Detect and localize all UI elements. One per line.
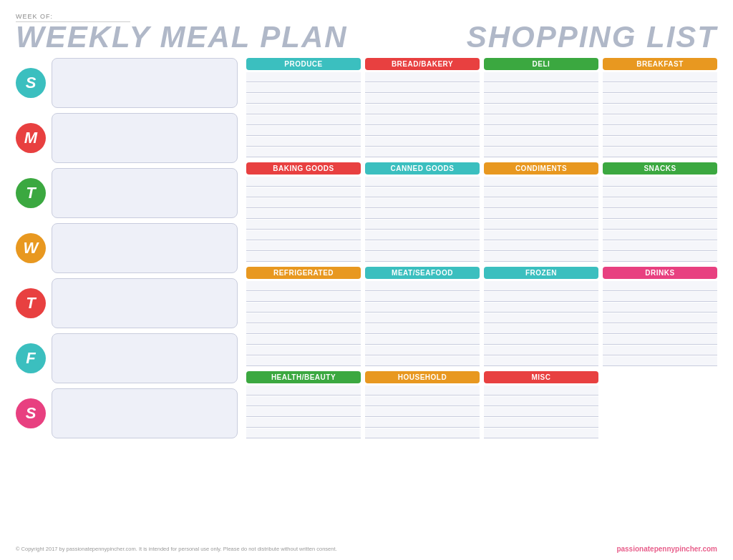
shop-lines-bread-bakery <box>365 72 480 158</box>
shop-line <box>603 241 717 251</box>
shop-line <box>246 324 361 334</box>
shop-line <box>246 241 361 251</box>
shop-line <box>365 209 480 219</box>
shop-line <box>246 418 361 428</box>
shop-line <box>365 324 480 334</box>
shop-line <box>484 324 598 334</box>
shop-line <box>246 407 361 417</box>
shop-lines-baking-goods <box>246 177 361 262</box>
shop-section-frozen: FROZEN <box>484 267 598 367</box>
shop-line <box>365 220 480 230</box>
day-input-wednesday[interactable] <box>52 223 238 273</box>
shop-section-produce: PRODUCE <box>246 58 361 158</box>
shop-line <box>246 220 361 230</box>
shop-line <box>365 313 480 323</box>
shop-line <box>603 252 717 262</box>
shop-lines-deli <box>484 72 598 158</box>
shop-line <box>365 230 480 240</box>
shop-line <box>246 198 361 208</box>
shop-line <box>484 230 598 240</box>
day-circle-tuesday: T <box>16 178 46 208</box>
shop-line <box>246 356 361 366</box>
shop-line <box>603 335 717 345</box>
shop-line <box>365 187 480 197</box>
shop-lines-canned-goods <box>365 177 480 262</box>
shopping-row-0: PRODUCEBREAD/BAKERYDELIBREAKFAST <box>246 58 717 158</box>
shop-section-refrigerated: REFRIGERATED <box>246 267 361 367</box>
shop-line <box>246 177 361 187</box>
shop-line <box>246 83 361 93</box>
shop-line <box>603 187 717 197</box>
shop-line <box>365 407 480 417</box>
shop-header-misc: MISC <box>484 371 598 383</box>
meal-plan-title: WEEKLY MEAL PLAN <box>16 22 348 52</box>
shop-line <box>365 418 480 428</box>
shop-line <box>365 281 480 291</box>
shop-line <box>246 115 361 125</box>
day-row: T <box>16 278 238 328</box>
shop-header-bread-bakery: BREAD/BAKERY <box>365 58 480 70</box>
shop-section-deli: DELI <box>484 58 598 158</box>
shop-line <box>603 345 717 355</box>
shop-header-drinks: DRINKS <box>603 267 717 279</box>
shop-line <box>484 104 598 114</box>
shop-line <box>365 94 480 104</box>
day-input-thursday[interactable] <box>52 278 238 328</box>
shop-line <box>246 292 361 302</box>
shop-line <box>484 209 598 219</box>
shop-line <box>365 345 480 355</box>
shop-section-bread-bakery: BREAD/BAKERY <box>365 58 480 158</box>
shop-line <box>365 356 480 366</box>
day-row: F <box>16 333 238 383</box>
shop-line <box>484 147 598 157</box>
shop-line <box>246 345 361 355</box>
shop-header-canned-goods: CANNED GOODS <box>365 162 480 175</box>
shop-line <box>246 252 361 262</box>
day-row: S <box>16 388 238 438</box>
day-input-tuesday[interactable] <box>52 168 238 218</box>
shop-lines-breakfast <box>603 72 717 158</box>
shopping-list-title: SHOPPING LIST <box>467 22 717 52</box>
day-circle-friday: F <box>16 343 46 373</box>
shop-line <box>484 356 598 366</box>
shop-section-canned-goods: CANNED GOODS <box>365 162 480 262</box>
day-input-monday[interactable] <box>52 113 238 163</box>
page: WEEK OF: WEEKLY MEAL PLAN SHOPPING LIST … <box>0 0 733 560</box>
day-circle-monday: M <box>16 123 46 153</box>
shop-line <box>484 292 598 302</box>
shop-section-health-beauty: HEALTH/BEAUTY <box>246 371 361 439</box>
shop-line <box>484 281 598 291</box>
shop-line <box>365 72 480 82</box>
shop-line <box>484 83 598 93</box>
shop-line <box>246 313 361 323</box>
day-row: W <box>16 223 238 273</box>
shop-line <box>603 230 717 240</box>
shop-header-baking-goods: BAKING GOODS <box>246 162 361 175</box>
shop-line <box>484 303 598 313</box>
shop-line <box>603 126 717 136</box>
shop-line <box>246 126 361 136</box>
shop-line <box>603 209 717 219</box>
shop-line <box>365 428 480 438</box>
shop-line <box>484 335 598 345</box>
day-input-sunday[interactable] <box>52 58 238 108</box>
day-input-saturday[interactable] <box>52 388 238 438</box>
shop-line <box>246 230 361 240</box>
shop-line <box>603 303 717 313</box>
shop-line <box>603 220 717 230</box>
titles-row: WEEKLY MEAL PLAN SHOPPING LIST <box>16 22 717 52</box>
day-circle-saturday: S <box>16 398 46 428</box>
shop-line <box>603 147 717 157</box>
day-input-friday[interactable] <box>52 333 238 383</box>
shop-line <box>484 198 598 208</box>
meal-plan-section: SMTWTFS <box>16 55 238 542</box>
shop-section-drinks: DRINKS <box>603 267 717 367</box>
shop-line <box>603 292 717 302</box>
shop-header-deli: DELI <box>484 58 598 70</box>
shopping-row-1: BAKING GOODSCANNED GOODSCONDIMENTSSNACKS <box>246 162 717 262</box>
footer-brand: passionatepennypincher.com <box>616 545 717 553</box>
shop-line <box>246 385 361 396</box>
shop-header-produce: PRODUCE <box>246 58 361 70</box>
shop-line <box>484 252 598 262</box>
shop-line <box>365 252 480 262</box>
